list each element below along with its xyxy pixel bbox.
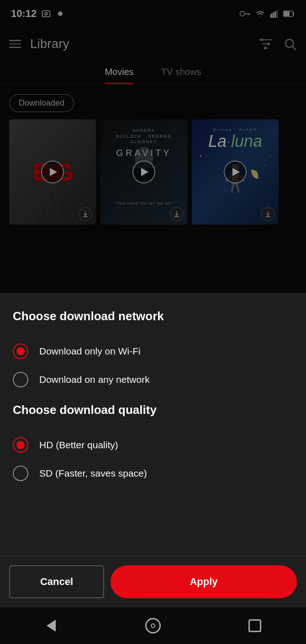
svg-line-65	[237, 185, 239, 193]
svg-point-19	[264, 47, 267, 49]
downloaded-filter-chip[interactable]: Downloaded	[9, 94, 74, 112]
svg-point-58	[264, 165, 265, 166]
cancel-button[interactable]: Cancel	[9, 565, 104, 598]
nav-right	[259, 37, 297, 51]
svg-rect-7	[270, 14, 272, 18]
svg-point-57	[269, 156, 270, 156]
home-circle-icon	[145, 618, 161, 633]
key-icon	[239, 10, 250, 17]
hd-quality-radio[interactable]	[13, 437, 28, 453]
content-tabs: Movies TV shows	[0, 60, 306, 84]
svg-point-55	[242, 151, 243, 152]
recents-square-icon	[248, 619, 261, 632]
hd-quality-label: HD (Better quality)	[39, 440, 118, 451]
back-triangle-icon	[47, 620, 56, 632]
laluna-download-badge	[261, 207, 275, 221]
svg-rect-8	[273, 12, 274, 18]
hamburger-menu-icon[interactable]	[9, 40, 21, 48]
movie-card-big[interactable]: BIG	[9, 119, 96, 225]
movie-card-gravity[interactable]: SANDRA BULLOCK GEORGE CLOONEY GRAVITY "Y…	[100, 119, 187, 225]
svg-rect-9	[274, 11, 276, 18]
svg-point-18	[267, 43, 270, 45]
bottom-navigation	[0, 607, 306, 644]
status-icons	[239, 10, 295, 18]
sd-quality-label: SD (Faster, saves space)	[39, 468, 147, 479]
record-icon	[56, 9, 65, 18]
tab-movies[interactable]: Movies	[105, 67, 133, 84]
svg-point-59	[205, 169, 206, 170]
filter-row: Downloaded	[0, 84, 306, 119]
laluna-title: Disney · PIXAR La luna	[192, 128, 279, 151]
photo-icon	[41, 9, 51, 19]
network-section-title: Choose download network	[13, 309, 293, 323]
home-button[interactable]	[143, 616, 163, 636]
sd-quality-radio[interactable]	[13, 466, 28, 481]
svg-rect-10	[277, 10, 279, 18]
battery-icon	[283, 10, 295, 17]
nav-left: Library	[9, 37, 69, 51]
apply-button[interactable]: Apply	[111, 565, 297, 598]
wifi-only-radio[interactable]	[13, 343, 28, 359]
back-button[interactable]	[41, 616, 61, 636]
signal-icon	[270, 10, 279, 18]
status-bar: 10:12	[0, 0, 306, 27]
bottom-sheet: Choose download network Download only on…	[0, 293, 306, 574]
hd-quality-option[interactable]: HD (Better quality)	[13, 431, 293, 459]
svg-rect-12	[284, 11, 290, 16]
recents-button[interactable]	[245, 616, 265, 636]
svg-point-20	[285, 39, 294, 48]
any-network-radio[interactable]	[13, 372, 28, 387]
sd-quality-option[interactable]: SD (Faster, saves space)	[13, 459, 293, 488]
status-time: 10:12	[11, 8, 37, 20]
gravity-download-badge	[170, 207, 184, 221]
tab-tvshows[interactable]: TV shows	[161, 67, 201, 84]
filter-icon[interactable]	[259, 38, 273, 50]
movie-card-laluna[interactable]: Disney · PIXAR La luna	[192, 119, 279, 225]
top-navigation: Library	[0, 27, 306, 60]
laluna-play-button[interactable]	[224, 161, 247, 183]
quality-section-title: Choose download quality	[13, 403, 293, 417]
home-circle-inner-icon	[151, 623, 155, 628]
svg-point-1	[45, 12, 48, 15]
gravity-play-button[interactable]	[132, 161, 155, 183]
svg-point-2	[58, 11, 63, 16]
wifi-icon	[255, 10, 266, 18]
any-network-label: Download on any network	[39, 374, 150, 385]
svg-rect-0	[42, 11, 50, 17]
big-download-badge	[79, 207, 92, 221]
svg-point-17	[260, 38, 263, 41]
status-left: 10:12	[11, 8, 65, 20]
big-play-button[interactable]	[41, 161, 64, 183]
svg-line-64	[232, 185, 233, 193]
svg-line-21	[293, 47, 296, 50]
library-title: Library	[30, 37, 69, 51]
search-icon[interactable]	[283, 37, 297, 51]
wifi-only-option[interactable]: Download only on Wi-Fi	[13, 337, 293, 365]
action-buttons: Cancel Apply	[0, 556, 306, 607]
movies-row: BIG SANDRA BULLOCK GEORGE CLOONEY GRAVIT…	[0, 119, 306, 225]
svg-point-52	[200, 156, 202, 157]
wifi-only-label: Download only on Wi-Fi	[39, 346, 141, 357]
svg-point-3	[240, 11, 245, 16]
any-network-option[interactable]: Download on any network	[13, 365, 293, 394]
